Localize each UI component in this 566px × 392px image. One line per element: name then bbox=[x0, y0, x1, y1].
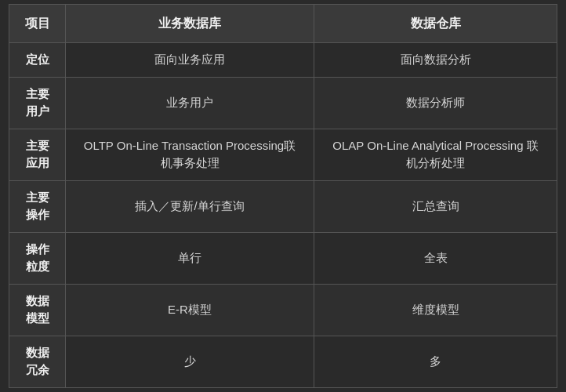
olap-cell: 全表 bbox=[314, 232, 557, 284]
olap-cell: 多 bbox=[314, 336, 557, 387]
comparison-table: 项目 业务数据库 数据仓库 定位面向业务应用面向数据分析主要 用户业务用户数据分… bbox=[9, 4, 557, 388]
row-header-cell: 数据 模型 bbox=[9, 284, 66, 336]
olap-cell: OLAP On-Line Analytical Processing 联机分析处… bbox=[314, 129, 557, 180]
olap-cell: 维度模型 bbox=[314, 284, 557, 336]
table-row: 操作 粒度单行全表 bbox=[9, 232, 557, 284]
oltp-cell: 业务用户 bbox=[66, 77, 314, 129]
olap-cell: 数据分析师 bbox=[314, 77, 557, 129]
table-row: 主要 应用OLTP On-Line Transaction Processing… bbox=[9, 129, 557, 180]
row-header-cell: 主要 用户 bbox=[9, 77, 66, 129]
olap-cell: 面向数据分析 bbox=[314, 43, 557, 78]
table-row: 主要 用户业务用户数据分析师 bbox=[9, 77, 557, 129]
header-oltp: 业务数据库 bbox=[66, 5, 314, 43]
header-item: 项目 bbox=[9, 5, 66, 43]
oltp-cell: 插入／更新/单行查询 bbox=[66, 180, 314, 232]
header-olap: 数据仓库 bbox=[314, 5, 557, 43]
oltp-cell: 面向业务应用 bbox=[66, 43, 314, 78]
oltp-cell: E-R模型 bbox=[66, 284, 314, 336]
row-header-cell: 主要 操作 bbox=[9, 180, 66, 232]
table-header-row: 项目 业务数据库 数据仓库 bbox=[9, 5, 557, 43]
table-row: 数据 冗余少多 bbox=[9, 336, 557, 387]
oltp-cell: OLTP On-Line Transaction Processing联机事务处… bbox=[66, 129, 314, 180]
row-header-cell: 数据 冗余 bbox=[9, 336, 66, 387]
table-row: 定位面向业务应用面向数据分析 bbox=[9, 43, 557, 78]
oltp-cell: 少 bbox=[66, 336, 314, 387]
row-header-cell: 定位 bbox=[9, 43, 66, 78]
row-header-cell: 操作 粒度 bbox=[9, 232, 66, 284]
oltp-cell: 单行 bbox=[66, 232, 314, 284]
table-row: 主要 操作插入／更新/单行查询汇总查询 bbox=[9, 180, 557, 232]
table-row: 数据 模型E-R模型维度模型 bbox=[9, 284, 557, 336]
row-header-cell: 主要 应用 bbox=[9, 129, 66, 180]
olap-cell: 汇总查询 bbox=[314, 180, 557, 232]
